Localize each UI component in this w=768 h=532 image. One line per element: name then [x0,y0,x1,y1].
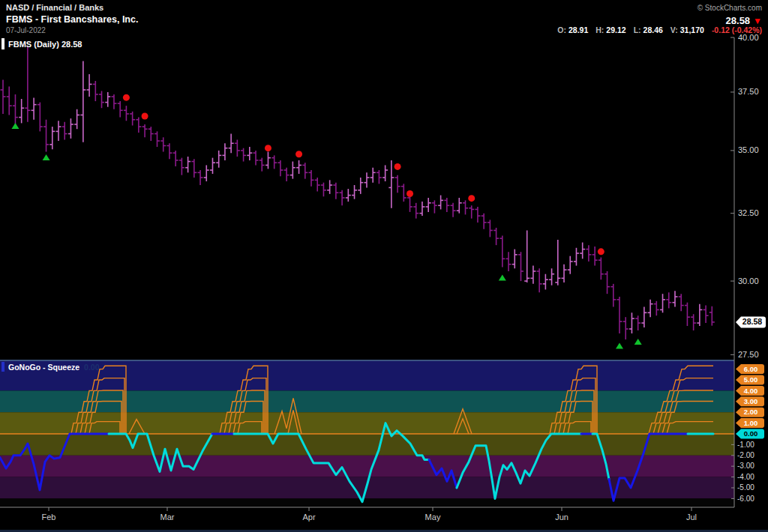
ohlc-bar [574,248,579,266]
ohlc-bar [469,205,474,218]
ohlc-bar [530,266,536,284]
ohlc-bar [388,160,394,208]
ohlc-bar [697,304,702,326]
ohlc-bar [598,258,604,280]
ohlc-bar [457,198,462,214]
ohlc-bar [13,94,18,124]
ohlc-bar [160,137,166,151]
ohlc-bar [537,268,542,292]
ohlc-bar [648,300,653,317]
ohlc-bar [333,183,338,199]
ohlc-bar [327,180,332,194]
price-tick-label: 37.50 [738,87,759,96]
ohlc-bar [148,127,154,141]
ohlc-bar [302,163,308,178]
ohlc-bar [185,157,190,172]
chart-canvas[interactable]: 40.0037.5035.0032.5030.0027.5028.586.005… [0,0,768,532]
ohlc-bar [173,151,178,166]
ohlc-bar [222,143,227,160]
ohlc-bar [395,175,400,193]
sell-signal-dot [598,248,604,255]
ohlc-bar [7,86,12,115]
ohlc-bar [241,148,246,162]
ohlc-bar [346,189,351,202]
price-panel-legend: FBMS (Daily) 28.58 [2,38,82,49]
ohlc-bar [352,185,357,199]
ohlc-bar [93,81,98,101]
ohlc-bar [118,101,123,118]
squeeze-tag-label: 5.00 [744,375,758,384]
ohlc-bar [44,120,49,152]
symbol-sector: NASD / Financial / Banks [6,3,138,13]
price-down-icon: ▼ [753,16,762,26]
ohlc-bar [629,312,634,333]
squeeze-legend-value: 0.00 [84,363,99,372]
ohlc-bar [382,165,388,181]
ohlc-bar [482,214,487,229]
ohlc-bar [130,112,135,126]
ohlc-bar [25,47,30,122]
sell-signal-dot [296,151,302,157]
ohlc-bar [376,170,382,184]
copyright-link[interactable]: © StockCharts.com [698,4,762,12]
ohlc-bar [654,301,659,315]
ohlc-bar [432,200,437,213]
ohlc-bar [247,147,252,160]
sell-signal-dot [265,145,272,151]
ohlc-bar [254,151,259,166]
ohlc-bar [32,97,37,119]
month-label: May [425,513,441,522]
ohlc-bar [704,306,709,324]
ohlc-bar [56,121,61,141]
low-label: L: [634,25,641,34]
ohlc-bar [679,294,684,311]
squeeze-legend-text: GoNoGo - Squeeze [8,363,80,372]
ohlc-bar [512,250,518,269]
squeeze-band [0,360,734,390]
legend-marker-icon [2,38,4,49]
price-tick-label: 27.50 [738,350,759,359]
buy-signal-triangle [634,339,642,345]
squeeze-band [0,498,734,507]
ohlc-bar [710,306,715,326]
ohlc-bar [494,228,499,245]
ohlc-bar [524,230,530,282]
ohlc-bar [358,178,363,194]
ohlc-bar [50,127,55,149]
open-value: 28.91 [568,25,588,34]
squeeze-tick-label: -3.00 [737,462,754,470]
price-tick-label: 32.50 [738,208,759,217]
month-label: Jul [686,513,697,522]
ohlc-bar [80,61,86,142]
squeeze-band [0,456,734,477]
ohlc-bar [660,294,665,312]
ohlc-bar [340,190,345,205]
ohlc-bar [99,91,104,108]
ohlc-bar [68,118,74,139]
last-price-tag-label: 28.58 [742,317,762,326]
ohlc-bar [210,158,215,174]
ohlc-bar [419,202,424,216]
squeeze-band [0,412,734,434]
ohlc-bar [451,203,456,217]
volume-value: 31,170 [680,25,704,34]
ohlc-bar [506,252,512,271]
ohlc-bar [401,184,406,202]
squeeze-zero-tag-label: 0.00 [744,429,758,438]
ohlc-bar [260,158,265,172]
ohlc-bar [62,122,68,140]
squeeze-tag-label: 1.00 [744,419,758,427]
ohlc-bar [315,178,320,191]
ohlc-bar [105,92,110,107]
ohlc-bar [229,134,234,154]
squeeze-tag-label: 4.00 [744,387,758,395]
month-label: Feb [42,513,56,522]
squeeze-tick-label: -1.00 [737,441,754,449]
buy-signal-triangle [499,275,506,281]
ohlc-bar [216,151,221,168]
ohlc-bar [666,292,671,308]
header-left: NASD / Financial / Banks FBMS - First Ba… [6,3,138,36]
squeeze-tag-label: 3.00 [744,397,758,405]
buy-signal-triangle [43,154,50,160]
chart-date: 07-Jul-2022 [6,26,138,36]
